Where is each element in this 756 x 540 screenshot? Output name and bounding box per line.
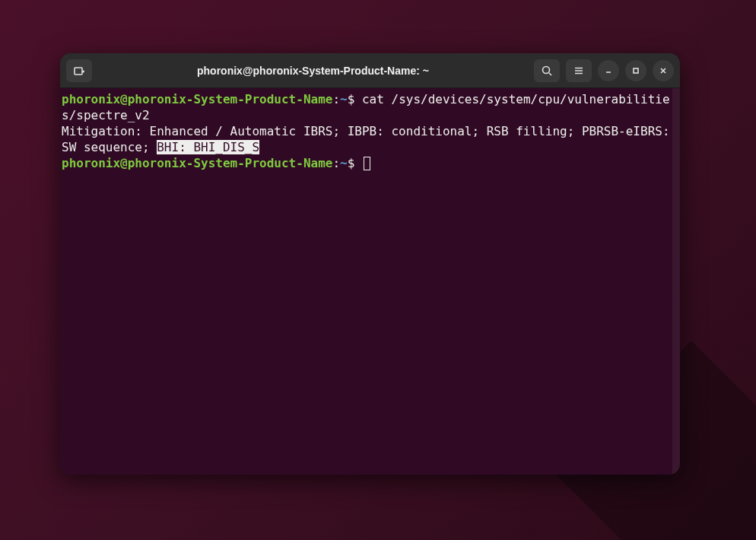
- terminal-window: phoronix@phoronix-System-Product-Name: ~: [60, 53, 680, 475]
- prompt-symbol-2: $: [348, 156, 355, 170]
- svg-rect-0: [75, 68, 82, 75]
- cursor: [364, 157, 370, 170]
- desktop-decoration-left: [0, 0, 61, 152]
- hamburger-icon: [573, 65, 585, 77]
- svg-rect-2: [634, 68, 638, 73]
- scrollbar[interactable]: [672, 88, 680, 475]
- prompt-user-host: phoronix@phoronix-System-Product-Name: [62, 92, 332, 106]
- prompt-path-2: ~: [340, 156, 348, 170]
- svg-point-1: [543, 66, 550, 73]
- close-icon: [659, 66, 668, 75]
- new-tab-button[interactable]: [66, 59, 92, 82]
- prompt-path: ~: [340, 92, 348, 106]
- output-line: Mitigation: Enhanced / Automatic IBRS; I…: [62, 124, 677, 154]
- close-button[interactable]: [653, 60, 674, 81]
- titlebar: phoronix@phoronix-System-Product-Name: ~: [60, 53, 680, 88]
- minimize-icon: [604, 66, 613, 75]
- maximize-button[interactable]: [625, 60, 646, 81]
- search-button[interactable]: [534, 59, 560, 82]
- prompt-separator-2: :: [332, 156, 340, 170]
- menu-button[interactable]: [566, 59, 592, 82]
- prompt-separator: :: [332, 92, 340, 106]
- maximize-icon: [631, 66, 640, 75]
- terminal-content[interactable]: phoronix@phoronix-System-Product-Name:~$…: [62, 91, 678, 171]
- output-highlight: BHI: BHI_DIS_S: [157, 140, 259, 154]
- minimize-button[interactable]: [598, 60, 619, 81]
- window-title: phoronix@phoronix-System-Product-Name: ~: [98, 65, 528, 77]
- prompt-user-host-2: phoronix@phoronix-System-Product-Name: [62, 156, 332, 170]
- terminal-body[interactable]: phoronix@phoronix-System-Product-Name:~$…: [60, 88, 680, 475]
- titlebar-right-group: [534, 59, 674, 82]
- command-2: [354, 156, 362, 170]
- prompt-symbol: $: [348, 92, 355, 106]
- search-icon: [541, 65, 553, 77]
- new-tab-icon: [73, 65, 85, 77]
